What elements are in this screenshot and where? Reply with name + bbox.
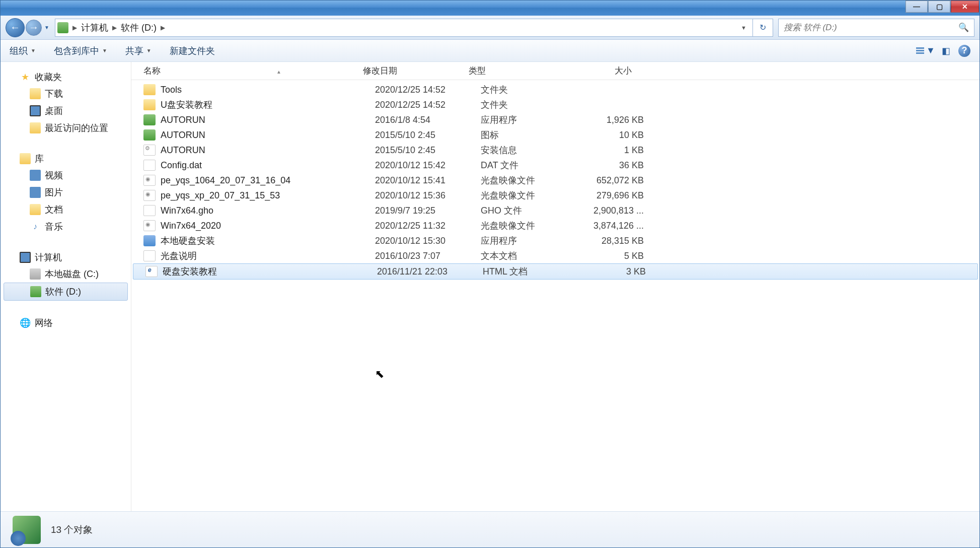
toolbar: 组织▼ 包含到库中▼ 共享▼ 新建文件夹 ▼ ◧ ? (1, 40, 979, 62)
column-size[interactable]: 大小 (574, 65, 640, 77)
file-icon (143, 129, 156, 141)
file-row[interactable]: AUTORUN2015/5/10 2:45图标10 KB (131, 127, 979, 143)
file-type: 应用程序 (481, 235, 586, 247)
file-icon (143, 250, 156, 261)
music-icon: ♪ (30, 221, 41, 232)
file-name: pe_yqs_1064_20_07_31_16_04 (161, 175, 375, 186)
file-name: Config.dat (161, 160, 375, 171)
sidebar-item-pictures[interactable]: 图片 (1, 184, 131, 201)
crumb-separator-icon: ▶ (72, 24, 77, 31)
file-date: 2016/11/21 22:03 (377, 266, 483, 277)
file-name: Win7x64_2020 (161, 221, 375, 231)
sidebar-item-drive-c[interactable]: 本地磁盘 (C:) (1, 265, 131, 283)
file-type: HTML 文档 (483, 265, 588, 278)
column-name[interactable]: 名称▲ (131, 65, 363, 77)
sidebar-computer-header[interactable]: 计算机 (1, 249, 131, 265)
document-icon (30, 204, 41, 215)
search-input[interactable] (784, 23, 958, 33)
view-options-button[interactable]: ▼ (918, 43, 933, 58)
sort-indicator-icon: ▲ (276, 69, 281, 75)
sidebar-item-downloads[interactable]: 下载 (1, 85, 131, 102)
new-folder-button[interactable]: 新建文件夹 (170, 45, 215, 57)
address-dropdown[interactable]: ▼ (737, 25, 750, 31)
file-row[interactable]: pe_yqs_xp_20_07_31_15_532020/10/12 15:36… (131, 188, 979, 203)
search-box[interactable]: 🔍 (778, 19, 974, 37)
computer-label: 计算机 (35, 251, 62, 263)
refresh-icon: ↻ (760, 23, 766, 32)
forward-button[interactable]: → (26, 20, 42, 36)
close-button[interactable]: ✕ (951, 1, 979, 13)
file-date: 2020/10/12 15:41 (375, 175, 481, 186)
file-name: 硬盘安装教程 (163, 265, 377, 278)
titlebar: — ▢ ✕ (1, 1, 979, 16)
sidebar-item-documents[interactable]: 文档 (1, 201, 131, 218)
sidebar-item-desktop[interactable]: 桌面 (1, 102, 131, 119)
file-type: 安装信息 (481, 144, 586, 156)
file-row[interactable]: pe_yqs_1064_20_07_31_16_042020/10/12 15:… (131, 173, 979, 188)
file-icon (143, 99, 156, 110)
back-button[interactable]: ← (6, 18, 25, 37)
file-row[interactable]: 光盘说明2016/10/23 7:07文本文档5 KB (131, 248, 979, 263)
file-row[interactable]: Win7x64_20202020/12/25 11:32光盘映像文件3,874,… (131, 218, 979, 233)
sidebar-item-recent[interactable]: 最近访问的位置 (1, 119, 131, 136)
maximize-button[interactable]: ▢ (928, 1, 950, 13)
file-size: 10 KB (586, 130, 652, 141)
breadcrumb-computer[interactable]: 计算机 (79, 22, 110, 34)
sidebar-item-videos[interactable]: 视频 (1, 167, 131, 184)
sidebar-computer-group: 计算机 本地磁盘 (C:) 软件 (D:) (1, 249, 131, 301)
share-button[interactable]: 共享▼ (125, 45, 152, 57)
libraries-label: 库 (35, 153, 44, 165)
help-button[interactable]: ? (958, 45, 970, 57)
sidebar-favorites-group: ★收藏夹 下载 桌面 最近访问的位置 (1, 69, 131, 136)
nav-history-dropdown[interactable]: ▼ (43, 18, 51, 37)
maximize-icon: ▢ (936, 3, 943, 11)
file-row[interactable]: Win7x64.gho2019/9/7 19:25GHO 文件2,900,813… (131, 203, 979, 218)
status-text: 13 个对象 (51, 523, 93, 536)
preview-pane-icon: ◧ (942, 45, 950, 56)
sidebar-item-music[interactable]: ♪音乐 (1, 218, 131, 235)
column-type[interactable]: 类型 (469, 65, 574, 77)
preview-pane-button[interactable]: ◧ (938, 43, 953, 58)
drive-icon (30, 286, 41, 297)
dropdown-icon: ▼ (146, 48, 152, 53)
file-name: 本地硬盘安装 (161, 235, 375, 247)
file-size: 36 KB (586, 160, 652, 171)
file-list: 名称▲ 修改日期 类型 大小 Tools2020/12/25 14:52文件夹U… (131, 62, 979, 511)
file-type: 文件夹 (481, 99, 586, 111)
file-name: AUTORUN (161, 145, 375, 156)
navbar: ← → ▼ ▶ 计算机 ▶ 软件 (D:) ▶ ▼ ↻ 🔍 (1, 16, 979, 40)
include-in-library-button[interactable]: 包含到库中▼ (54, 45, 107, 57)
refresh-button[interactable]: ↻ (753, 19, 773, 37)
column-date[interactable]: 修改日期 (363, 65, 469, 77)
organize-button[interactable]: 组织▼ (10, 45, 36, 57)
sidebar-libraries-header[interactable]: 库 (1, 151, 131, 167)
file-type: DAT 文件 (481, 159, 586, 171)
file-list-body[interactable]: Tools2020/12/25 14:52文件夹U盘安装教程2020/12/25… (131, 80, 979, 511)
file-type: 光盘映像文件 (481, 189, 586, 201)
close-icon: ✕ (962, 3, 968, 11)
minimize-button[interactable]: — (906, 1, 928, 13)
new-folder-label: 新建文件夹 (170, 45, 215, 57)
sidebar-item-drive-d[interactable]: 软件 (D:) (4, 283, 128, 301)
libraries-icon (20, 153, 31, 164)
file-row[interactable]: 硬盘安装教程2016/11/21 22:03HTML 文档3 KB (133, 263, 978, 280)
address-bar[interactable]: ▶ 计算机 ▶ 软件 (D:) ▶ ▼ (55, 19, 753, 37)
sidebar-item-label: 本地磁盘 (C:) (45, 268, 99, 280)
file-row[interactable]: Config.dat2020/10/12 15:42DAT 文件36 KB (131, 158, 979, 173)
include-label: 包含到库中 (54, 45, 99, 57)
file-row[interactable]: AUTORUN2015/5/10 2:45安装信息1 KB (131, 143, 979, 158)
crumb-separator-icon: ▶ (112, 24, 117, 31)
sidebar-item-label: 音乐 (45, 221, 63, 233)
breadcrumb-drive[interactable]: 软件 (D:) (119, 22, 159, 34)
file-row[interactable]: AUTORUN2016/1/8 4:54应用程序1,926 KB (131, 112, 979, 127)
sidebar-item-label: 桌面 (45, 105, 63, 117)
file-row[interactable]: Tools2020/12/25 14:52文件夹 (131, 82, 979, 97)
drive-icon (30, 268, 41, 280)
recent-icon (30, 122, 41, 133)
file-row[interactable]: 本地硬盘安装2020/10/12 15:30应用程序28,315 KB (131, 233, 979, 248)
sidebar-favorites-header[interactable]: ★收藏夹 (1, 69, 131, 85)
file-row[interactable]: U盘安装教程2020/12/25 14:52文件夹 (131, 97, 979, 112)
file-date: 2020/12/25 11:32 (375, 221, 481, 231)
sidebar-network-header[interactable]: 🌐网络 (1, 315, 131, 331)
file-size: 3 KB (588, 266, 654, 277)
